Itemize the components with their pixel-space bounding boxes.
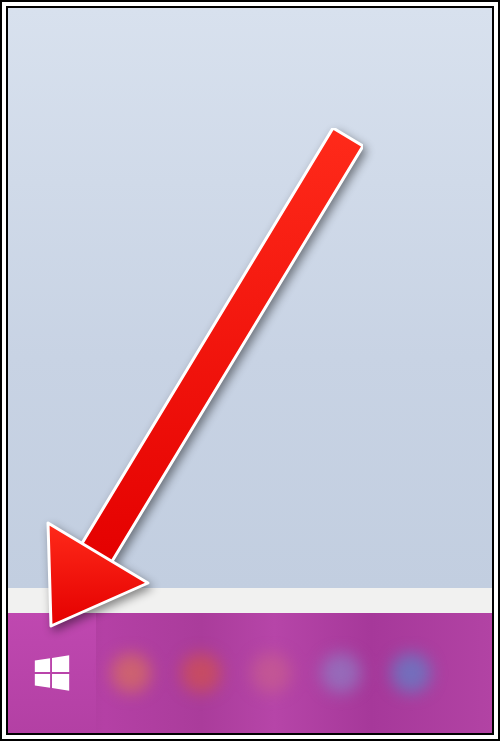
screenshot-frame	[0, 0, 500, 741]
svg-marker-3	[52, 674, 69, 691]
desktop-background	[8, 8, 492, 588]
taskbar-app-icon	[391, 653, 431, 693]
windows-logo-icon	[31, 652, 73, 694]
screenshot-inner	[6, 6, 494, 735]
svg-marker-1	[52, 655, 69, 672]
taskbar[interactable]	[8, 613, 492, 733]
taskbar-app-icon	[181, 653, 221, 693]
svg-marker-0	[35, 658, 50, 672]
taskbar-app-icon	[111, 653, 151, 693]
taskbar-app-icon	[251, 653, 291, 693]
taskbar-app-icon	[321, 653, 361, 693]
svg-marker-2	[35, 674, 50, 688]
start-button[interactable]	[8, 613, 96, 733]
taskbar-apps-blurred	[96, 613, 492, 733]
